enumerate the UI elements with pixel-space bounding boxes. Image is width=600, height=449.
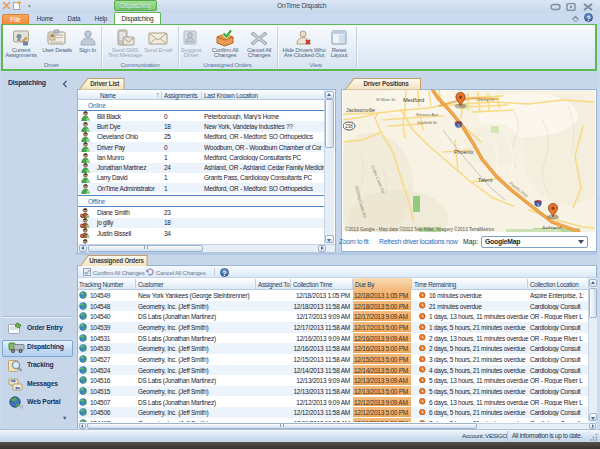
svg-text:Garfield St: Garfield St: [417, 120, 438, 125]
svg-text:Talent: Talent: [478, 177, 493, 183]
svg-text:Medford: Medford: [403, 97, 424, 103]
svg-text:238: 238: [345, 124, 353, 129]
svg-text:©2013 Google - Map data ©2013: ©2013 Google - Map data ©2013 Tele Atlas…: [345, 226, 495, 232]
svg-text:Stewart Ave: Stewart Ave: [416, 112, 439, 117]
svg-text:W Main St: W Main St: [376, 97, 396, 102]
svg-text:5: 5: [457, 124, 459, 128]
svg-text:Jacksonville: Jacksonville: [346, 107, 375, 113]
svg-text:Cherry Ln: Cherry Ln: [476, 97, 495, 102]
svg-text:5: 5: [537, 203, 539, 207]
svg-text:Phoenix: Phoenix: [454, 149, 474, 155]
